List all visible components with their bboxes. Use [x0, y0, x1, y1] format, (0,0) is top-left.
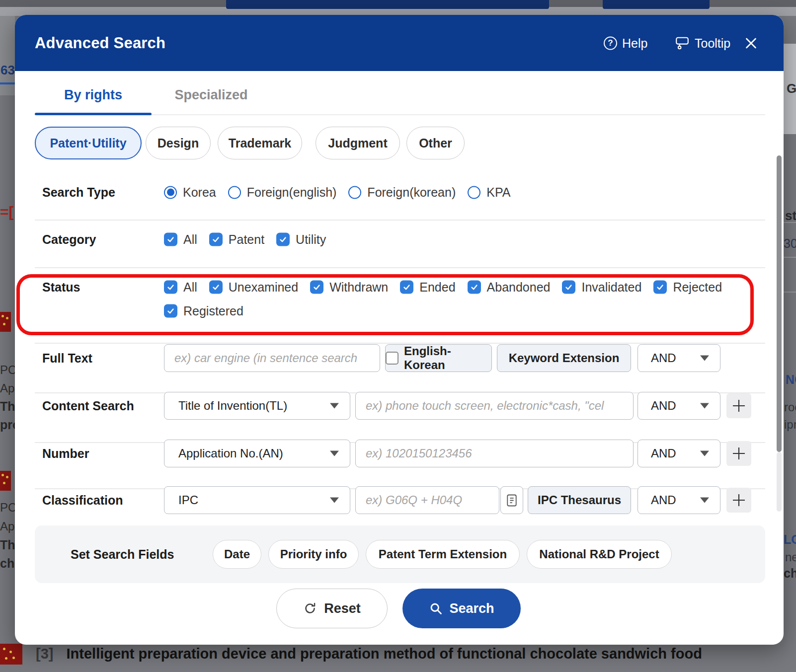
content-search-field-select[interactable]: Title of Invention(TL) — [164, 392, 350, 420]
status-options-line2: Registered — [164, 304, 243, 318]
chevron-down-icon — [700, 498, 709, 503]
radio-korea[interactable]: Korea — [164, 185, 216, 200]
status-options-line1: All Unexamined Withdrawn Ended Abandoned… — [164, 280, 722, 295]
plus-icon — [731, 492, 747, 508]
status-label: Status — [42, 280, 80, 295]
full-text-input[interactable] — [164, 344, 380, 372]
checkbox-withdrawn[interactable]: Withdrawn — [310, 280, 388, 295]
checkbox-patent[interactable]: Patent — [209, 232, 264, 247]
classification-add-button[interactable] — [726, 488, 751, 513]
field-priority-info-button[interactable]: Priority info — [268, 540, 359, 569]
operator-value: AND — [651, 351, 676, 365]
radio-kpa[interactable]: KPA — [468, 185, 510, 200]
bg-left-accent-line — [0, 82, 15, 84]
checkbox-utility[interactable]: Utility — [276, 232, 326, 247]
scrollbar-thumb[interactable] — [777, 155, 782, 452]
english-korean-toggle[interactable]: English-Korean — [385, 344, 492, 372]
tooltip-button[interactable]: Tooltip — [675, 36, 730, 50]
select-value: IPC — [178, 493, 198, 507]
bg-text-fragment: ipr — [784, 418, 796, 432]
close-button[interactable] — [744, 36, 758, 50]
checkbox-checked-icon — [276, 233, 290, 246]
bg-text-fragment: 63 — [0, 63, 15, 78]
field-national-rd-project-button[interactable]: National R&D Project — [527, 540, 672, 569]
chevron-down-icon — [330, 451, 339, 456]
checkbox-invalidated[interactable]: Invalidated — [562, 280, 641, 295]
rights-pill-judgment[interactable]: Judgment — [316, 127, 400, 159]
number-input[interactable] — [355, 440, 634, 467]
tab-specialized[interactable]: Specialized — [164, 75, 258, 114]
bg-text-fragment: roo — [784, 400, 796, 414]
checkbox-label: Utility — [296, 232, 326, 247]
radio-foreign-english[interactable]: Foreign(english) — [228, 185, 337, 200]
field-date-button[interactable]: Date — [213, 540, 261, 569]
radio-label: Korea — [183, 185, 216, 200]
number-label: Number — [42, 447, 89, 461]
classification-lookup-button[interactable] — [500, 486, 523, 514]
search-button[interactable]: Search — [402, 589, 521, 628]
bg-text-fragment: LOC — [784, 532, 796, 547]
classification-input[interactable] — [355, 486, 499, 514]
select-value: Application No.(AN) — [178, 447, 283, 460]
checkbox-registered[interactable]: Registered — [164, 304, 243, 318]
checkbox-label: All — [183, 280, 197, 295]
keyword-extension-button[interactable]: Keyword Extension — [497, 344, 631, 372]
checkbox-all[interactable]: All — [164, 232, 197, 247]
checkbox-rejected[interactable]: Rejected — [653, 280, 722, 295]
bg-text-fragment: Ap — [0, 381, 14, 395]
classification-field-select[interactable]: IPC — [164, 486, 350, 514]
checkbox-checked-icon — [164, 233, 177, 246]
checkbox-checked-icon — [209, 233, 223, 246]
radio-icon — [468, 186, 480, 199]
category-label: Category — [42, 232, 96, 247]
radio-label: Foreign(korean) — [367, 185, 456, 200]
chevron-down-icon — [700, 403, 709, 409]
rights-pill-trademark[interactable]: Trademark — [218, 127, 302, 159]
checkbox-label: Withdrawn — [329, 280, 388, 295]
content-search-input[interactable] — [355, 392, 634, 420]
select-value: Title of Invention(TL) — [178, 399, 287, 413]
checkbox-ended[interactable]: Ended — [400, 280, 455, 295]
help-button[interactable]: ? Help — [604, 36, 647, 50]
ipc-thesaurus-button[interactable]: IPC Thesaurus — [528, 486, 631, 514]
reset-button[interactable]: Reset — [276, 589, 388, 628]
modal-header: Advanced Search ? Help Tooltip — [15, 15, 784, 71]
result-index: [3] — [36, 646, 53, 662]
result-title: Intelligent preparation device and prepa… — [67, 646, 702, 662]
checkbox-label: Invalidated — [581, 280, 641, 295]
refresh-icon — [303, 601, 317, 615]
checkbox-unchecked-icon — [386, 352, 398, 365]
search-label: Search — [449, 601, 494, 616]
chevron-down-icon — [330, 403, 339, 409]
help-label: Help — [622, 36, 647, 50]
number-field-select[interactable]: Application No.(AN) — [164, 440, 350, 467]
bg-result-row: [3] Intelligent preparation device and p… — [36, 646, 702, 662]
full-text-operator-select[interactable]: AND — [637, 344, 720, 372]
radio-label: KPA — [486, 185, 510, 200]
number-operator-select[interactable]: AND — [637, 440, 720, 467]
tab-by-rights[interactable]: By rights — [35, 75, 152, 114]
operator-value: AND — [651, 447, 676, 460]
field-patent-term-extension-button[interactable]: Patent Term Extension — [366, 540, 520, 569]
content-search-add-button[interactable] — [726, 393, 751, 418]
radio-icon — [228, 186, 241, 199]
rights-pill-design[interactable]: Design — [146, 127, 211, 159]
checkbox-checked-icon — [164, 304, 177, 318]
chevron-down-icon — [330, 498, 339, 503]
radio-foreign-korean[interactable]: Foreign(korean) — [348, 185, 456, 200]
bg-table-line — [784, 257, 796, 258]
radio-icon — [348, 186, 361, 199]
checkbox-status-all[interactable]: All — [164, 280, 197, 295]
classification-operator-select[interactable]: AND — [637, 486, 720, 514]
chevron-down-icon — [700, 356, 709, 361]
content-search-operator-select[interactable]: AND — [637, 392, 720, 420]
checkbox-abandoned[interactable]: Abandoned — [468, 280, 551, 295]
number-add-button[interactable] — [726, 441, 751, 466]
search-type-options: Korea Foreign(english) Foreign(korean) K… — [164, 185, 510, 200]
rights-pill-patent-utility[interactable]: Patent·Utility — [35, 127, 142, 159]
checkbox-unexamined[interactable]: Unexamined — [209, 280, 298, 295]
set-search-fields-section: Set Search Fields Date Priority info Pat… — [35, 525, 765, 583]
rights-pill-other[interactable]: Other — [406, 127, 465, 159]
bg-text-fragment: NO — [786, 373, 796, 387]
checkbox-label: All — [183, 232, 197, 247]
